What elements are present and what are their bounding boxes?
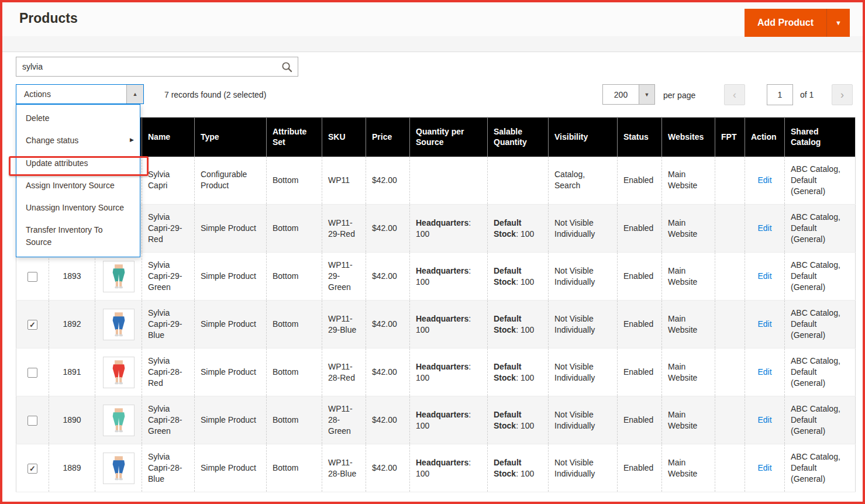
cell-price: $42.00 [366,348,410,396]
cell-status: Enabled [618,205,662,253]
cell-quantity-per-source [410,157,488,205]
cell-name: Sylvia Capri-29-Blue [142,301,195,348]
pants-image [105,263,132,290]
chevron-right-icon: › [840,89,844,101]
cell-quantity-per-source: Headquarters: 100 [410,444,488,492]
header-attribute-set[interactable]: Attribute Set [267,118,322,157]
add-product-split-button[interactable]: Add Product ▼ [745,9,850,37]
cell-attribute-set: Bottom [267,396,322,444]
product-thumbnail [103,357,135,388]
cell-sku: WP11 [322,157,366,205]
cell-attribute-set: Bottom [267,348,322,396]
row-checkbox[interactable]: ✓ [27,368,37,378]
cell-id: 1891 [49,348,95,396]
cell-fpt [715,444,745,492]
cell-name: Sylvia Capri [142,157,195,205]
cell-fpt [715,253,745,301]
product-thumbnail [103,261,135,292]
next-page-button[interactable]: › [832,84,853,105]
add-product-toggle[interactable]: ▼ [826,9,850,37]
edit-link[interactable]: Edit [757,367,771,377]
cell-quantity-per-source: Headquarters: 100 [410,301,488,348]
header-salable-quantity[interactable]: Salable Quantity [488,118,549,157]
cell-type: Simple Product [195,348,267,396]
header-quantity-per-source[interactable]: Quantity per Source [410,118,488,157]
cell-websites: Main Website [662,157,715,205]
header-price[interactable]: Price [366,118,410,157]
cell-status: Enabled [618,348,662,396]
actions-dropdown-button[interactable]: Actions ▲ [16,84,144,104]
actions-label: Actions [16,85,126,103]
pants-image [105,311,132,338]
cell-price: $42.00 [366,253,410,301]
cell-visibility: Not Visible Individually [549,301,618,348]
cell-type: Simple Product [195,301,267,348]
cell-quantity-per-source: Headquarters: 100 [410,396,488,444]
edit-link[interactable]: Edit [757,223,771,233]
cell-visibility: Catalog, Search [549,157,618,205]
menu-item-change-status[interactable]: Change status▶ [16,129,140,151]
header-fpt[interactable]: FPT [715,118,745,157]
pants-image [105,359,132,386]
previous-page-button[interactable]: ‹ [724,84,745,105]
cell-sku: WP11-28-Green [322,396,366,444]
cell-shared-catalog: ABC Catalog, Default (General) [785,348,856,396]
header-sku[interactable]: SKU [322,118,366,157]
page-frame: Products Add Product ▼ Actions ▲ 7 recor… [0,0,865,504]
header-shared-catalog[interactable]: Shared Catalog [785,118,856,157]
cell-visibility: Not Visible Individually [549,205,618,253]
cell-sku: WP11-29-Blue [322,301,366,348]
grid-header-row: Name Type Attribute Set SKU Price Quanti… [16,118,856,157]
search-input[interactable] [16,62,275,71]
per-page-toggle[interactable]: ▼ [639,85,654,104]
cell-fpt [715,348,745,396]
menu-item-delete[interactable]: Delete [16,107,140,129]
cell-attribute-set: Bottom [267,205,322,253]
menu-item-update-attributes[interactable]: Update attributes [16,152,140,174]
menu-item-assign-inventory-source[interactable]: Assign Inventory Source [16,174,140,196]
actions-toggle[interactable]: ▲ [126,85,143,103]
row-checkbox[interactable]: ✓ [27,272,37,282]
cell-id: 1892 [49,301,95,348]
add-product-button[interactable]: Add Product [745,9,826,37]
header-type[interactable]: Type [195,118,267,157]
cell-status: Enabled [618,157,662,205]
cell-websites: Main Website [662,205,715,253]
menu-item-unassign-inventory-source[interactable]: Unassign Inventory Source [16,196,140,219]
header-action[interactable]: Action [745,118,785,157]
header-name[interactable]: Name [142,118,195,157]
cell-shared-catalog: ABC Catalog, Default (General) [785,253,856,301]
cell-salable-quantity: Default Stock: 100 [488,396,549,444]
cell-name: Sylvia Capri-28-Red [142,348,195,396]
cell-name: Sylvia Capri-28-Blue [142,444,195,492]
row-checkbox[interactable]: ✓ [27,416,37,426]
cell-price: $42.00 [366,396,410,444]
edit-link[interactable]: Edit [757,175,771,185]
cell-quantity-per-source: Headquarters: 100 [410,348,488,396]
edit-link[interactable]: Edit [757,271,771,281]
per-page-select[interactable]: 200 ▼ [602,84,655,105]
actions-dropdown-menu: Delete Change status▶ Update attributes … [16,104,140,257]
cell-attribute-set: Bottom [267,253,322,301]
header-status[interactable]: Status [618,118,662,157]
header-visibility[interactable]: Visibility [549,118,618,157]
table-row: ✓ 1893 Sylvia Capri-29-Green Simple Prod… [16,253,856,301]
cell-status: Enabled [618,253,662,301]
cell-salable-quantity: Default Stock: 100 [488,348,549,396]
search-icon [281,61,292,73]
edit-link[interactable]: Edit [757,463,771,472]
table-row: ✓ Sylvia Capri Configurable Product Bott… [16,157,856,205]
cell-visibility: Not Visible Individually [549,253,618,301]
cell-status: Enabled [618,444,662,492]
search-button[interactable] [275,57,298,76]
edit-link[interactable]: Edit [757,415,771,424]
row-checkbox[interactable]: ✓ [27,464,37,474]
menu-item-transfer-inventory-to-source[interactable]: Transfer Inventory To Source [16,219,140,253]
edit-link[interactable]: Edit [757,319,771,329]
page-number-input[interactable] [767,84,793,105]
row-checkbox[interactable]: ✓ [27,320,37,330]
cell-visibility: Not Visible Individually [549,444,618,492]
header-websites[interactable]: Websites [662,118,715,157]
products-grid: Name Type Attribute Set SKU Price Quanti… [16,117,856,492]
cell-quantity-per-source: Headquarters: 100 [410,253,488,301]
